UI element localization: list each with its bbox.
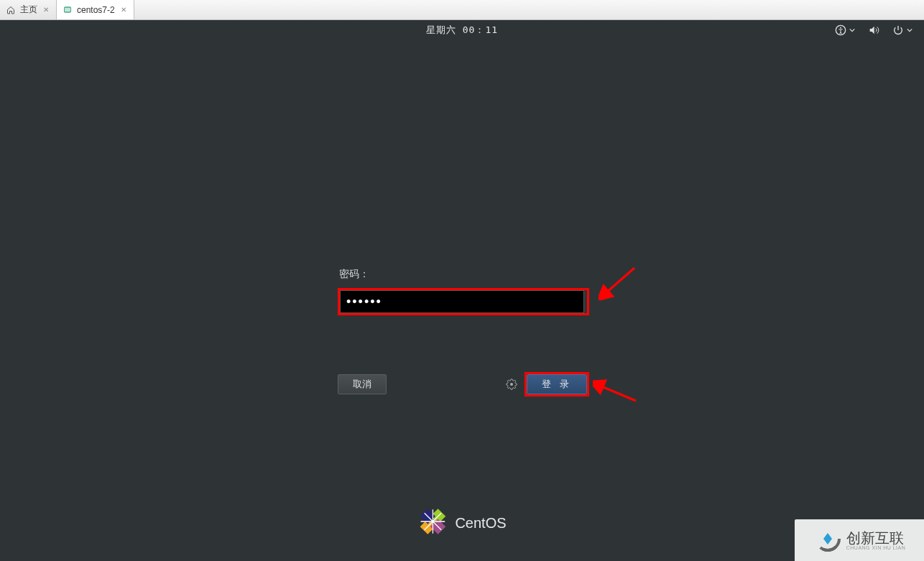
- password-label: 密码：: [339, 268, 589, 281]
- tab-label: 主页: [20, 4, 37, 16]
- volume-icon[interactable]: [868, 24, 879, 36]
- watermark: 创新互联 CHUANG XIN HU LIAN: [795, 519, 924, 561]
- tab-label: centos7-2: [77, 5, 115, 15]
- chevron-down-icon: [907, 27, 913, 33]
- top-status-bar: 星期六 00：11: [0, 20, 924, 40]
- svg-rect-1: [65, 7, 71, 12]
- centos-branding: CentOS: [417, 506, 506, 539]
- watermark-logo-icon: [813, 524, 842, 556]
- vm-icon: [63, 5, 73, 15]
- power-menu[interactable]: [892, 24, 913, 36]
- watermark-sub-text: CHUANG XIN HU LIAN: [846, 545, 906, 550]
- svg-line-7: [600, 386, 636, 401]
- close-icon[interactable]: ✕: [119, 6, 128, 14]
- annotation-highlight-password: [338, 288, 589, 315]
- close-icon[interactable]: ✕: [42, 6, 50, 14]
- centos-logo-icon: [417, 506, 448, 539]
- password-input[interactable]: [340, 290, 584, 313]
- cancel-button[interactable]: 取消: [338, 374, 387, 394]
- centos-brand-text: CentOS: [455, 515, 506, 532]
- chevron-down-icon: [849, 27, 855, 33]
- login-button[interactable]: 登 录: [527, 374, 587, 394]
- accessibility-menu[interactable]: [835, 24, 855, 36]
- status-icons: [835, 24, 913, 36]
- gear-icon: [506, 379, 517, 390]
- tab-centos7-2[interactable]: centos7-2 ✕: [57, 0, 134, 19]
- svg-marker-14: [823, 533, 832, 544]
- annotation-arrow-icon: [593, 376, 643, 408]
- svg-line-5: [606, 268, 634, 293]
- login-buttons-row: 取消 登 录: [338, 372, 589, 397]
- annotation-highlight-login: 登 录: [525, 372, 589, 397]
- login-form: 密码：: [338, 268, 589, 315]
- login-right-group: 登 录: [506, 372, 589, 397]
- session-settings-button[interactable]: [506, 379, 517, 390]
- tab-home[interactable]: 主页 ✕: [0, 0, 57, 19]
- watermark-main-text: 创新互联: [846, 531, 906, 545]
- datetime-label: 星期六 00：11: [426, 24, 498, 37]
- svg-point-3: [840, 27, 841, 29]
- annotation-arrow-icon: [599, 264, 642, 300]
- gdm-login-screen: 星期六 00：11 密码： 取消: [0, 20, 924, 561]
- tab-bar: 主页 ✕ centos7-2 ✕: [0, 0, 924, 20]
- home-icon: [6, 5, 16, 15]
